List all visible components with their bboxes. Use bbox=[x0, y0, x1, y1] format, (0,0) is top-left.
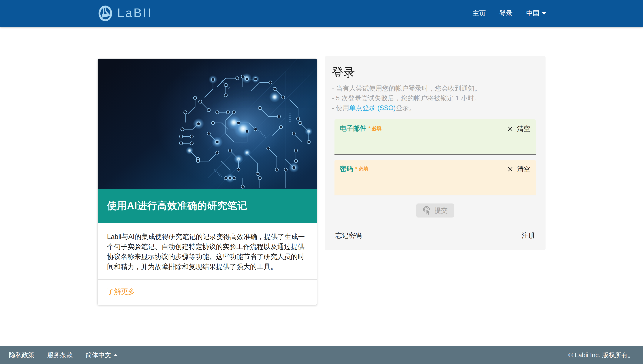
brain-circuit-image bbox=[98, 59, 317, 189]
login-heading: 登录 bbox=[332, 66, 538, 79]
chevron-down-icon bbox=[542, 12, 546, 15]
close-icon bbox=[507, 126, 514, 132]
password-field: 密码 * 必填 清空 bbox=[335, 160, 536, 196]
footer: 隐私政策 服务条款 简体中文 © Labii Inc. 版权所有。 bbox=[0, 346, 643, 364]
email-required-badge: * 必填 bbox=[369, 125, 382, 132]
email-label: 电子邮件 bbox=[340, 124, 366, 132]
learn-more-link[interactable]: 了解更多 bbox=[107, 288, 135, 295]
navbar: LaBII 主页 登录 中国 bbox=[0, 0, 643, 27]
login-note-sso: - 使用单点登录 (SSO)登录。 bbox=[332, 103, 539, 113]
chevron-up-icon bbox=[114, 354, 118, 356]
password-required-badge: * 必填 bbox=[355, 166, 368, 172]
nav-login[interactable]: 登录 bbox=[499, 9, 513, 18]
email-field: 电子邮件 * 必填 清空 bbox=[335, 119, 536, 155]
submit-button[interactable]: 提交 bbox=[416, 204, 454, 218]
copyright-text: © Labii Inc. 版权所有。 bbox=[568, 351, 634, 360]
login-panel: 登录 - 当有人尝试使用您的帐户登录时，您会收到通知。 - 5 次登录尝试失败后… bbox=[325, 56, 546, 250]
footer-privacy-link[interactable]: 隐私政策 bbox=[9, 351, 35, 360]
email-input[interactable] bbox=[340, 134, 530, 151]
footer-terms-link[interactable]: 服务条款 bbox=[47, 351, 73, 360]
login-note-1: - 当有人尝试使用您的帐户登录时，您会收到通知。 bbox=[332, 84, 539, 93]
card-title: 使用AI进行高效准确的研究笔记 bbox=[107, 199, 247, 212]
close-icon bbox=[507, 166, 514, 173]
main-content: 使用AI进行高效准确的研究笔记 Labii与AI的集成使得研究笔记的记录变得高效… bbox=[97, 56, 546, 305]
sso-link[interactable]: 单点登录 (SSO) bbox=[349, 104, 396, 112]
forgot-password-link[interactable]: 忘记密码 bbox=[335, 231, 362, 240]
nav-region-label: 中国 bbox=[526, 9, 539, 18]
password-label: 密码 bbox=[340, 165, 353, 173]
card-description: Labii与AI的集成使得研究笔记的记录变得高效准确，提供了生成一个句子实验笔记… bbox=[98, 223, 317, 280]
password-input[interactable] bbox=[340, 174, 530, 192]
brand-text: LaBII bbox=[117, 6, 152, 20]
password-clear-button[interactable]: 清空 bbox=[507, 165, 530, 174]
nav-home[interactable]: 主页 bbox=[473, 9, 486, 18]
login-note-2: - 5 次登录尝试失败后，您的帐户将被锁定 1 小时。 bbox=[332, 93, 539, 103]
labii-logo[interactable]: LaBII bbox=[97, 5, 152, 22]
email-clear-button[interactable]: 清空 bbox=[507, 124, 530, 133]
nav-region-dropdown[interactable]: 中国 bbox=[526, 9, 546, 18]
register-link[interactable]: 注册 bbox=[522, 231, 535, 240]
footer-language-dropdown[interactable]: 简体中文 bbox=[86, 351, 118, 360]
promo-card: 使用AI进行高效准确的研究笔记 Labii与AI的集成使得研究笔记的记录变得高效… bbox=[97, 58, 317, 305]
click-cursor-icon bbox=[423, 206, 432, 215]
flask-logo-icon bbox=[97, 5, 114, 22]
card-banner: 使用AI进行高效准确的研究笔记 bbox=[98, 189, 317, 223]
footer-language-label: 简体中文 bbox=[86, 351, 111, 360]
